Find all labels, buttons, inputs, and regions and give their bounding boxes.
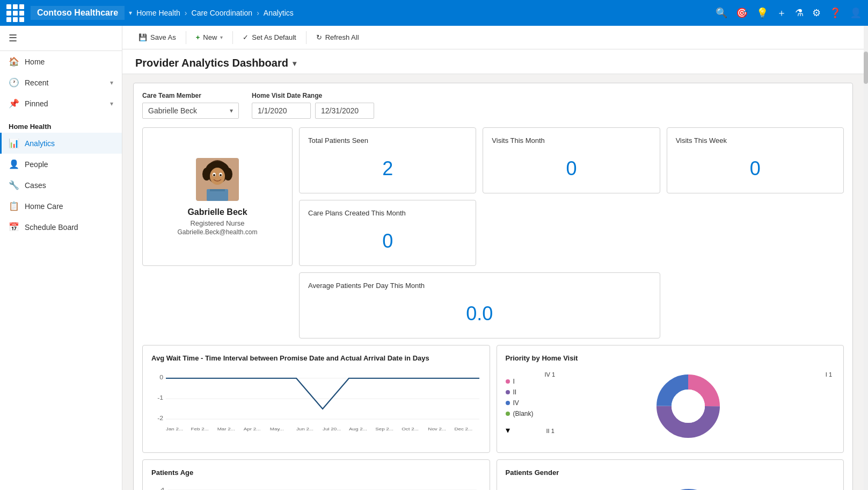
line-chart-area: 0 -1 -2 Jan 2... [151,369,481,433]
page-title-chevron[interactable]: ▾ [293,59,296,68]
stat-card-care-plans: Care Plans Created This Month 0 [299,200,476,266]
sidebar-item-homecare[interactable]: 📋 Home Care [0,196,122,217]
sidebar-item-scheduleboard-label: Schedule Board [25,223,78,232]
care-team-filter: Care Team Member Gabrielle Beck ▾ [142,92,239,119]
gear-icon[interactable]: ⚙ [812,7,821,19]
legend-dot-iv [506,401,510,405]
main-content: 💾 Save As + New ▾ ✓ Set As Default ↻ Ref… [122,26,864,490]
svg-text:Oct 2...: Oct 2... [402,427,419,431]
priority-chart-card: Priority by Home Visit I II [497,345,844,453]
search-icon[interactable]: 🔍 [716,7,727,19]
stat-value-4: 0.0 [308,298,651,329]
save-icon: 💾 [138,33,147,41]
sidebar-item-homecare-label: Home Care [25,202,63,211]
app-grid-icon[interactable] [6,4,24,22]
recent-icon: 🕐 [9,77,19,88]
home-icon: 🏠 [9,56,19,67]
age-bar-svg: 4 2 0 0 [151,483,481,490]
legend-item-iv: IV [506,399,534,407]
target-icon[interactable]: 🎯 [736,7,748,19]
toolbar-sep3 [306,31,307,44]
sidebar-item-analytics[interactable]: 📊 Analytics [0,133,122,154]
scrollbar-track [864,26,868,490]
date-from-input[interactable] [252,103,311,119]
sidebar-item-scheduleboard[interactable]: 📅 Schedule Board [0,217,122,237]
legend-item-i: I [506,378,534,385]
stat-value-3: 0 [308,226,467,257]
top-nav: Contoso Healthcare ▾ Home Health › Care … [0,0,868,26]
svg-point-6 [224,168,232,181]
svg-point-5 [202,168,211,181]
scrollbar-thumb[interactable] [864,52,868,84]
svg-text:Aug 2...: Aug 2... [349,427,367,431]
profile-name: Gabrielle Beck [187,207,247,217]
stat-value-2: 0 [676,153,835,184]
people-icon: 👤 [9,159,19,169]
legend-label-ii: II [513,388,517,396]
breadcrumb-analytics[interactable]: Analytics [264,9,294,17]
line-chart-card: Avg Wait Time - Time Interval between Pr… [142,345,490,453]
legend-label-iv: IV [513,399,519,407]
svg-point-35 [672,390,705,423]
sidebar-item-cases-label: Cases [25,181,46,190]
save-as-button[interactable]: 💾 Save As [133,30,181,45]
date-to-input[interactable] [315,103,374,119]
new-plus-icon: + [196,33,200,41]
breadcrumb-care-coord[interactable]: Care Coordination [192,9,253,17]
sidebar-item-home[interactable]: 🏠 Home [0,51,122,72]
new-button[interactable]: + New ▾ [191,30,229,45]
stat-card-visits-week: Visits This Week 0 [667,127,844,193]
logo-chevron[interactable]: ▾ [129,9,132,17]
gender-donut-wrapper: 100% [543,483,835,490]
refresh-button[interactable]: ↻ Refresh All [311,30,364,45]
age-chart-title: Patients Age [151,469,481,477]
svg-rect-13 [210,189,225,191]
date-range-filter: Home Visit Date Range [252,92,374,119]
sidebar-item-recent[interactable]: 🕐 Recent ▾ [0,72,122,93]
svg-text:Apr 2...: Apr 2... [244,427,261,431]
stat-title-0: Total Patients Seen [308,136,467,145]
legend-item-blank: (Blank) [506,410,534,417]
profile-role: Registered Nurse [190,219,244,227]
plus-icon[interactable]: ＋ [777,6,786,19]
breadcrumb-home-health[interactable]: Home Health [136,9,180,17]
sidebar-item-people[interactable]: 👤 People [0,154,122,175]
svg-text:Dec 2...: Dec 2... [454,427,472,431]
refresh-icon: ↻ [316,33,322,41]
pin-icon: 📌 [9,98,19,109]
profile-avatar [196,158,239,201]
set-default-button[interactable]: ✓ Set As Default [237,30,301,45]
svg-text:Nov 2...: Nov 2... [428,427,446,431]
priority-dropdown-icon[interactable]: ▾ [506,425,534,435]
help-icon[interactable]: ❓ [829,7,841,19]
line-chart-svg: 0 -1 -2 Jan 2... [151,369,481,433]
donut-label-iv1: IV 1 [545,371,556,378]
sidebar-item-cases[interactable]: 🔧 Cases [0,175,122,196]
svg-point-7 [210,168,225,185]
legend-dot-blank [506,412,510,416]
line-chart-title: Avg Wait Time - Time Interval between Pr… [151,354,481,362]
age-chart-card: Patients Age 4 2 0 [142,459,490,490]
gender-donut-svg [651,483,726,490]
svg-text:Sep 2...: Sep 2... [375,427,393,431]
care-team-select[interactable]: Gabrielle Beck ▾ [142,103,239,119]
svg-text:May...: May... [270,427,284,431]
priority-donut-svg [651,369,726,444]
cases-icon: 🔧 [9,180,19,190]
toolbar-sep2 [232,31,233,44]
gender-chart-card: Patients Gender Male Female [497,459,844,490]
care-team-label: Care Team Member [142,92,239,99]
stat-value-0: 2 [308,153,467,184]
donut-label-i1: I 1 [826,371,832,378]
stat-card-visits-month: Visits This Month 0 [483,127,660,193]
legend-label-i: I [513,378,515,385]
hamburger-icon[interactable]: ☰ [9,33,17,44]
sidebar-item-pinned[interactable]: 📌 Pinned ▾ [0,93,122,114]
legend-label-blank: (Blank) [513,410,534,417]
sidebar-item-pinned-label: Pinned [25,99,48,108]
avatar-svg [196,158,239,201]
bulb-icon[interactable]: 💡 [756,7,768,19]
svg-text:-2: -2 [157,415,163,421]
filter-icon[interactable]: ⚗ [795,7,804,19]
user-icon[interactable]: 👤 [850,7,862,19]
